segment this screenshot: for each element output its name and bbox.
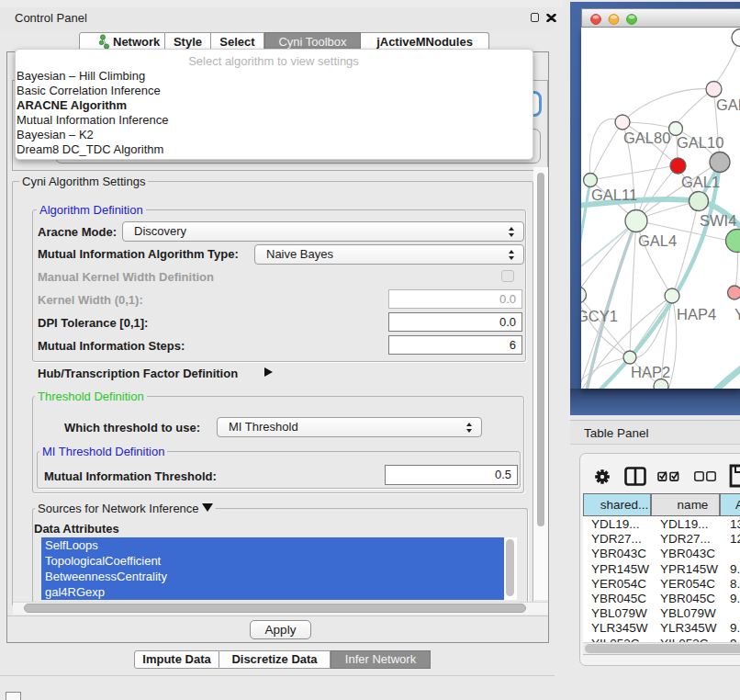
svg-text:HAP2: HAP2 [631,364,670,380]
svg-text:GAL4: GAL4 [638,232,677,249]
svg-text:GCY1: GCY1 [581,308,618,324]
svg-text:GAL: GAL [716,96,740,113]
svg-text:GAL80: GAL80 [623,130,670,146]
svg-text:HAP4: HAP4 [677,306,716,322]
svg-text:GAL11: GAL11 [591,186,637,203]
svg-text:SWI4: SWI4 [700,212,736,229]
svg-text:GAL1: GAL1 [681,174,720,190]
svg-text:Y: Y [734,306,740,322]
svg-text:GAL10: GAL10 [677,134,723,151]
